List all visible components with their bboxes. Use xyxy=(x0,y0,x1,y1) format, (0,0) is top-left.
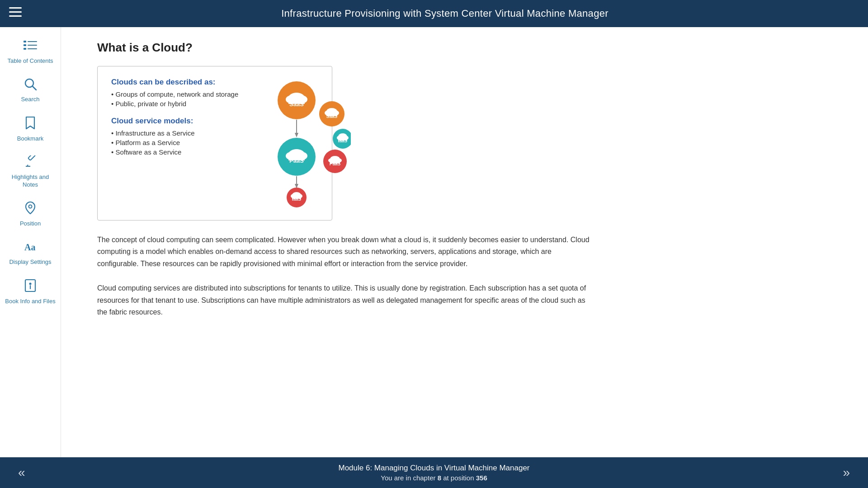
page-title: What is a Cloud? xyxy=(97,41,841,55)
search-icon xyxy=(24,78,37,94)
svg-rect-7 xyxy=(24,48,26,50)
sidebar-item-bookinfo[interactable]: Book Info and Files xyxy=(0,272,61,312)
main-layout: Table of Contents Search Bookmark xyxy=(0,27,868,457)
sidebar-item-bookmark[interactable]: Bookmark xyxy=(0,110,61,149)
sidebar-item-search[interactable]: Search xyxy=(0,71,61,110)
sidebar: Table of Contents Search Bookmark xyxy=(0,27,61,457)
svg-rect-0 xyxy=(9,7,22,9)
diagram-services-item-1: Infrastructure as a Service xyxy=(111,129,247,137)
svg-rect-11 xyxy=(28,155,35,160)
diagram-services-item-3: Software as a Service xyxy=(111,148,247,156)
svg-point-16 xyxy=(29,283,32,285)
svg-rect-2 xyxy=(9,15,22,17)
diagram-text: Clouds can be described as: Groups of co… xyxy=(111,78,247,158)
paragraph-2: Cloud computing services are distributed… xyxy=(97,282,594,318)
bookmark-icon xyxy=(25,116,35,133)
svg-rect-4 xyxy=(28,41,37,42)
svg-text:IaaS: IaaS xyxy=(292,197,302,202)
diagram-clouds-list: Groups of compute, network and storage P… xyxy=(111,90,247,108)
sidebar-item-position[interactable]: Position xyxy=(0,195,61,234)
svg-text:Aa: Aa xyxy=(24,242,35,252)
bookinfo-icon xyxy=(24,279,36,296)
sidebar-label-display: Display Settings xyxy=(9,258,51,266)
svg-text:IaaS: IaaS xyxy=(338,138,348,143)
svg-rect-1 xyxy=(9,11,22,13)
highlights-icon xyxy=(24,155,37,171)
sidebar-label-toc: Table of Contents xyxy=(7,57,53,65)
header-title: Infrastructure Provisioning with System … xyxy=(31,8,859,19)
svg-rect-5 xyxy=(24,44,26,46)
sidebar-item-display[interactable]: Aa Display Settings xyxy=(0,234,61,272)
diagram-clouds-item-1: Groups of compute, network and storage xyxy=(111,90,247,98)
sidebar-label-search: Search xyxy=(21,96,39,103)
diagram-services-item-2: Platform as a Service xyxy=(111,139,247,146)
sidebar-label-position: Position xyxy=(20,220,41,228)
svg-rect-6 xyxy=(28,45,37,46)
footer-position-label: at position xyxy=(441,474,476,482)
footer-chapter: 8 xyxy=(438,474,441,482)
svg-text:SaaS: SaaS xyxy=(326,114,338,119)
content-area: What is a Cloud? Clouds can be described… xyxy=(61,27,868,457)
footer-position-num: 356 xyxy=(476,474,487,482)
header: Infrastructure Provisioning with System … xyxy=(0,0,868,27)
svg-rect-8 xyxy=(28,48,37,49)
diagram-clouds-item-2: Public, private or hybrid xyxy=(111,100,247,108)
svg-line-10 xyxy=(33,86,36,90)
position-icon xyxy=(24,201,36,218)
svg-rect-3 xyxy=(24,41,26,42)
sidebar-label-bookmark: Bookmark xyxy=(17,135,44,143)
footer-position-text: You are in chapter xyxy=(381,474,437,482)
svg-point-13 xyxy=(29,205,32,208)
footer: « Module 6: Managing Clouds in Virtual M… xyxy=(0,457,868,488)
svg-text:PaaS: PaaS xyxy=(330,161,341,166)
footer-position: You are in chapter 8 at position 356 xyxy=(381,474,487,482)
diagram-clouds-title: Clouds can be described as: xyxy=(111,78,247,87)
paragraph-1: The concept of cloud computing can seem … xyxy=(97,234,594,270)
prev-button[interactable]: « xyxy=(18,465,25,480)
sidebar-label-highlights: Highlights and Notes xyxy=(5,174,56,189)
sidebar-label-bookinfo: Book Info and Files xyxy=(5,298,55,305)
svg-marker-25 xyxy=(295,133,298,137)
circles-diagram: SaaS PaaS xyxy=(256,78,351,209)
menu-icon[interactable] xyxy=(9,7,22,20)
next-button[interactable]: » xyxy=(843,465,850,480)
svg-text:PaaS: PaaS xyxy=(289,157,304,164)
diagram-services-list: Infrastructure as a Service Platform as … xyxy=(111,129,247,156)
sidebar-item-highlights[interactable]: Highlights and Notes xyxy=(0,149,61,195)
diagram-box: Clouds can be described as: Groups of co… xyxy=(97,66,332,221)
display-icon: Aa xyxy=(24,240,37,256)
diagram-services-title: Cloud service models: xyxy=(111,117,247,126)
sidebar-item-toc[interactable]: Table of Contents xyxy=(0,34,61,71)
footer-module: Module 6: Managing Clouds in Virtual Mac… xyxy=(338,464,529,473)
toc-icon xyxy=(24,40,37,55)
svg-text:SaaS: SaaS xyxy=(289,101,304,108)
